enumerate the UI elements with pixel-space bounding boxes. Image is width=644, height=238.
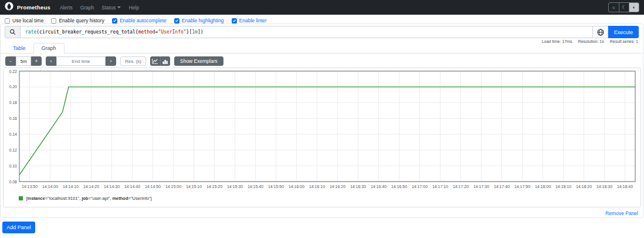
- navbar: Prometheus Alerts Graph Status Help ☼ ☾ …: [0, 0, 644, 15]
- x-tick-label: 14:16:00: [289, 185, 304, 189]
- option-label: Enable query history: [59, 18, 104, 24]
- nav-link-graph[interactable]: Graph: [80, 5, 94, 11]
- checkbox-checked-icon[interactable]: [232, 18, 237, 24]
- option-enable-highlighting[interactable]: Enable highlighting: [174, 18, 224, 24]
- graph-controls: - + ‹ ›: [5, 56, 223, 66]
- line-chart-toggle-button[interactable]: [150, 56, 160, 66]
- query-stats: Load time: 17ms Resolution: 1s Result se…: [542, 39, 638, 43]
- result-series: Result series: 1: [610, 39, 638, 43]
- prometheus-logo-icon: [5, 2, 13, 13]
- line-chart[interactable]: 0.220.200.180.160.140.120.100.0814:13:50…: [4, 69, 640, 190]
- brand[interactable]: Prometheus: [5, 2, 50, 13]
- option-label: Enable highlighting: [182, 18, 224, 24]
- prometheus-page: Prometheus Alerts Graph Status Help ☼ ☾ …: [0, 0, 644, 238]
- x-tick-label: 14:18:20: [576, 185, 592, 189]
- next-time-button[interactable]: ›: [106, 56, 116, 66]
- end-time-group: ‹ ›: [46, 56, 116, 66]
- x-tick-label: 14:17:00: [412, 185, 428, 189]
- nav-link-alerts[interactable]: Alerts: [60, 5, 73, 11]
- x-tick-label: 14:17:40: [494, 185, 510, 189]
- checkbox-unchecked-icon[interactable]: [5, 18, 10, 24]
- y-tick-label: 0.12: [9, 148, 17, 152]
- zoom-in-button[interactable]: +: [31, 56, 42, 66]
- option-use-local-time[interactable]: Use local time: [5, 18, 43, 24]
- promql-token-label: method: [138, 29, 155, 35]
- x-tick-label: 14:15:30: [227, 185, 243, 189]
- legend-label-name: method: [112, 196, 128, 201]
- theme-light-button[interactable]: ☼: [609, 3, 619, 12]
- nav-link-graph-label: Graph: [80, 5, 94, 11]
- chart-type-group: [150, 56, 170, 66]
- add-panel-button[interactable]: Add Panel: [2, 222, 35, 233]
- legend-label-value: ="user-api",: [88, 196, 112, 201]
- x-tick-label: 14:15:10: [186, 185, 202, 189]
- query-expression-input[interactable]: rate(circuit_breaker_requests_req_total{…: [20, 26, 593, 38]
- nav-link-status[interactable]: Status: [101, 5, 121, 11]
- prev-time-button[interactable]: ‹: [46, 56, 56, 66]
- show-exemplars-button[interactable]: Show Exemplars: [174, 56, 223, 66]
- promql-token-dur: 1m: [192, 29, 198, 35]
- promql-token-str: "UserInfo": [158, 29, 186, 35]
- x-tick-label: 14:16:40: [371, 185, 387, 189]
- nav-link-help-label: Help: [128, 5, 138, 11]
- moon-icon: ☾: [622, 5, 626, 10]
- stacked-chart-toggle-button[interactable]: [160, 56, 170, 66]
- nav-link-help[interactable]: Help: [128, 5, 138, 11]
- option-enable-linter[interactable]: Enable linter: [232, 18, 267, 24]
- graph-container: 0.220.200.180.160.140.120.100.0814:13:50…: [3, 68, 641, 207]
- checkbox-checked-icon[interactable]: [174, 18, 179, 24]
- brand-name: Prometheus: [17, 4, 50, 11]
- checkbox-checked-icon[interactable]: [112, 18, 117, 24]
- metrics-explorer-button[interactable]: [593, 26, 608, 38]
- promql-token-fn: rate: [25, 29, 36, 35]
- option-label: Use local time: [12, 18, 43, 24]
- chevron-down-icon: [117, 6, 121, 8]
- tab-table[interactable]: Table: [5, 43, 33, 53]
- x-tick-label: 14:13:50: [22, 185, 38, 189]
- x-tick-label: 14:17:30: [473, 185, 489, 189]
- nav-links: Alerts Graph Status Help: [60, 5, 608, 11]
- x-tick-label: 14:14:10: [63, 185, 79, 189]
- load-time: Load time: 17ms: [542, 39, 572, 43]
- x-tick-label: 14:15:20: [206, 185, 222, 189]
- x-tick-label: 14:15:00: [165, 185, 181, 189]
- x-tick-label: 14:18:00: [535, 185, 551, 189]
- legend-item[interactable]: {instance="localhost:9101", job="user-ap…: [19, 196, 152, 201]
- promql-token-paren: ): [201, 29, 204, 35]
- legend-label-name: job: [82, 196, 88, 201]
- x-tick-label: 14:14:50: [145, 185, 161, 189]
- legend-label: {instance="localhost:9101", job="user-ap…: [26, 196, 152, 201]
- remove-panel-link[interactable]: Remove Panel: [605, 210, 638, 216]
- checkbox-unchecked-icon[interactable]: [51, 18, 56, 24]
- x-tick-label: 14:17:10: [432, 185, 448, 189]
- search-icon: [9, 29, 16, 35]
- option-label: Enable autocomplete: [120, 18, 167, 24]
- x-tick-label: 14:14:40: [124, 185, 140, 189]
- y-tick-label: 0.22: [9, 69, 17, 73]
- theme-dark-button[interactable]: ☾: [619, 3, 629, 12]
- tab-graph[interactable]: Graph: [33, 43, 65, 53]
- resolution-input[interactable]: [120, 56, 146, 66]
- y-tick-label: 0.14: [9, 132, 17, 136]
- end-time-input[interactable]: [56, 56, 106, 66]
- nav-link-alerts-label: Alerts: [60, 5, 73, 11]
- x-tick-label: 14:17:20: [453, 185, 469, 189]
- option-label: Enable linter: [239, 18, 267, 24]
- x-tick-label: 14:16:20: [330, 185, 345, 189]
- theme-toggle-group: ☼ ☾ ◐: [608, 2, 639, 12]
- y-tick-label: 0.16: [9, 116, 17, 120]
- execute-button[interactable]: Execute: [608, 26, 639, 38]
- line-chart-icon: [152, 58, 158, 65]
- option-enable-autocomplete[interactable]: Enable autocomplete: [112, 18, 167, 24]
- promql-token-metric: circuit_breaker_requests_req_total: [39, 29, 135, 35]
- sun-icon: ☼: [612, 5, 616, 10]
- x-tick-label: 14:18:30: [596, 185, 612, 189]
- theme-auto-button[interactable]: ◐: [629, 3, 639, 12]
- x-tick-label: 14:15:40: [248, 185, 263, 189]
- option-enable-query-history[interactable]: Enable query history: [51, 18, 104, 24]
- zoom-out-button[interactable]: -: [5, 56, 16, 66]
- range-input[interactable]: [16, 56, 31, 66]
- stacked-chart-icon: [162, 58, 168, 65]
- panel-tabs: Table Graph: [1, 43, 643, 53]
- resolution: Resolution: 1s: [578, 39, 604, 43]
